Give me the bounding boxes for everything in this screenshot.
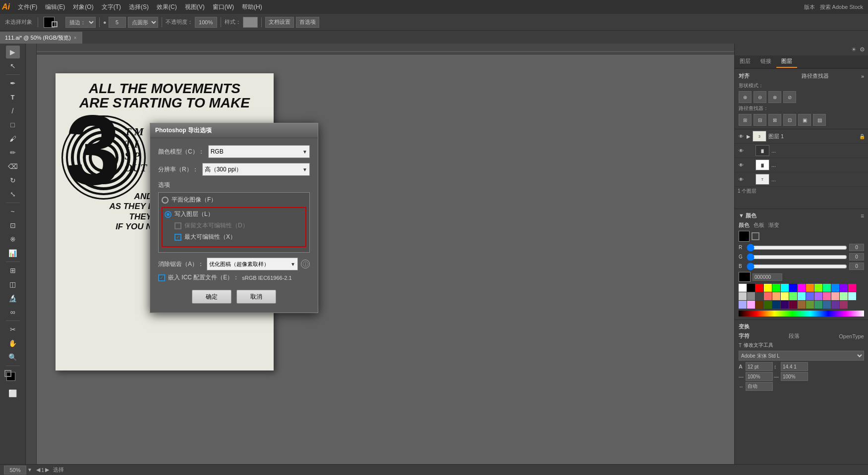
max-editable-checkbox[interactable] (174, 234, 181, 241)
zoom-input[interactable] (4, 466, 26, 475)
color-swatch-item[interactable] (755, 292, 763, 300)
tab-properties[interactable]: 图层 (735, 55, 755, 68)
menu-text[interactable]: 文字(T) (98, 1, 125, 13)
scale-x-input[interactable] (746, 372, 773, 381)
intersect-btn[interactable]: ⊗ (768, 91, 781, 103)
layer-eye-3[interactable]: 👁 (738, 176, 745, 183)
pf-btn-2[interactable]: ⊟ (753, 114, 766, 126)
color-swatch-item[interactable] (764, 292, 772, 300)
menu-help[interactable]: 帮助(H) (238, 1, 266, 13)
color-swatch-item[interactable] (831, 284, 839, 292)
align-header[interactable]: 对齐 路径查找器 » (737, 71, 866, 81)
next-artboard-btn[interactable]: ▶ (45, 467, 49, 473)
cancel-button[interactable]: 取消 (236, 290, 276, 304)
color-swatch-item[interactable] (823, 301, 831, 309)
color-swatch-item[interactable] (806, 284, 814, 292)
eyedropper-tool[interactable]: 🔬 (6, 292, 20, 305)
color-swatch-item[interactable] (781, 301, 789, 309)
pen-tool[interactable]: ✒ (6, 77, 20, 90)
icc-checkbox[interactable] (158, 274, 165, 281)
font-size-input[interactable] (746, 362, 773, 371)
color-swatch-item[interactable] (781, 284, 789, 292)
resolution-select[interactable]: 高（300 ppi） ▼ (202, 163, 310, 176)
layer-lock-icon[interactable]: 🔒 (859, 134, 865, 139)
eraser-tool[interactable]: ⌫ (6, 160, 20, 173)
scissors-tool[interactable]: ✂ (6, 323, 20, 336)
r-value-input[interactable]: 0 (849, 244, 864, 251)
r-slider[interactable] (747, 246, 847, 250)
layer-eye-1[interactable]: 👁 (738, 147, 745, 154)
layer-eye-main[interactable]: 👁 (738, 133, 745, 140)
color-swatch-item[interactable] (840, 292, 848, 300)
color-swatch-item[interactable] (772, 301, 780, 309)
gradient-tool[interactable]: ◫ (6, 278, 20, 291)
zoom-arrow-down[interactable]: ▼ (27, 467, 32, 473)
color-swatch-item[interactable] (789, 292, 797, 300)
brush-size-input[interactable] (109, 17, 126, 28)
color-swatch-item[interactable] (747, 284, 755, 292)
exclude-btn[interactable]: ⊘ (783, 91, 796, 103)
color-swatch-item[interactable] (739, 292, 747, 300)
color-swatch-item[interactable] (798, 292, 806, 300)
color-tab-gradient[interactable]: 渐变 (768, 221, 779, 229)
mesh-tool[interactable]: ⊞ (6, 264, 20, 277)
menu-select[interactable]: 选择(S) (125, 1, 153, 13)
brush-mode-select[interactable]: 描边： (65, 17, 96, 28)
color-swatch-item[interactable] (840, 284, 848, 292)
color-swatch-item[interactable] (798, 284, 806, 292)
rect-tool[interactable]: □ (6, 118, 20, 131)
color-swatch-item[interactable] (806, 292, 814, 300)
scale-y-input[interactable] (781, 372, 808, 381)
g-value-input[interactable]: 0 (849, 253, 864, 261)
blend-tool[interactable]: ∞ (6, 306, 20, 318)
opacity-input[interactable] (195, 17, 217, 28)
pf-btn-1[interactable]: ⊞ (739, 114, 752, 126)
artboard-tool[interactable]: ⬜ (6, 387, 20, 400)
color-model-select[interactable]: RGB ▼ (208, 145, 310, 158)
search-adobe-stock[interactable]: 搜索 Adobe Stock (817, 3, 866, 11)
stroke-swatch-tool[interactable] (4, 370, 11, 377)
scale-tool[interactable]: ⤡ (6, 188, 20, 201)
color-swatch-item[interactable] (814, 292, 822, 300)
minus-front-btn[interactable]: ⊖ (753, 91, 766, 103)
color-swatch-item[interactable] (755, 301, 763, 309)
color-swatch-item[interactable] (764, 301, 772, 309)
color-swatch-item[interactable] (764, 284, 772, 292)
color-swatch-item[interactable] (848, 292, 856, 300)
color-swatch-item[interactable] (798, 301, 806, 309)
pf-btn-5[interactable]: ▣ (798, 114, 811, 126)
color-swatch-item[interactable] (814, 301, 822, 309)
paintbrush-tool[interactable]: 🖌 (6, 132, 20, 145)
write-layers-radio[interactable] (165, 211, 172, 218)
layer-item-main[interactable]: 👁 ▶ 3 图层 1 🔒 (735, 129, 868, 144)
panel-expand-icon[interactable]: » (861, 73, 864, 79)
color-swatch-item[interactable] (823, 292, 831, 300)
canvas-area[interactable]: ALL THE MOVEMENTS ARE STARTING TO MAKE 3… (26, 44, 734, 464)
color-tab-swatch[interactable]: 色板 (753, 221, 764, 229)
rotate-tool[interactable]: ↻ (6, 174, 20, 187)
line-tool[interactable]: / (6, 105, 20, 117)
color-swatch-item[interactable] (840, 301, 848, 309)
layer-item-3[interactable]: 👁 T ... (735, 172, 868, 187)
color-swatch-item[interactable] (772, 284, 780, 292)
pencil-tool[interactable]: ✏ (6, 146, 20, 159)
color-swatch-item[interactable] (772, 292, 780, 300)
shape-select[interactable]: 点圆形 (128, 17, 158, 28)
color-swatch-toolbar[interactable] (42, 16, 63, 29)
flatten-radio[interactable] (162, 197, 169, 204)
hand-tool[interactable]: ✋ (6, 337, 20, 350)
g-slider[interactable] (747, 255, 847, 259)
color-swatch-item[interactable] (823, 284, 831, 292)
color-gradient-bar[interactable] (739, 311, 864, 317)
color-swatch-item[interactable] (814, 284, 822, 292)
menu-file[interactable]: 文件(F) (14, 1, 41, 13)
layer-eye-2[interactable]: 👁 (738, 161, 745, 168)
menu-view[interactable]: 视图(V) (181, 1, 209, 13)
zoom-control[interactable]: ▼ (4, 466, 32, 475)
color-panel-options[interactable]: ≡ (861, 212, 864, 219)
column-graph-tool[interactable]: 📊 (6, 247, 20, 260)
hex-color-preview[interactable] (739, 272, 751, 282)
free-transform-tool[interactable]: ⊡ (6, 219, 20, 232)
pf-btn-3[interactable]: ⊠ (768, 114, 781, 126)
preferences-btn[interactable]: 首选项 (296, 17, 319, 28)
